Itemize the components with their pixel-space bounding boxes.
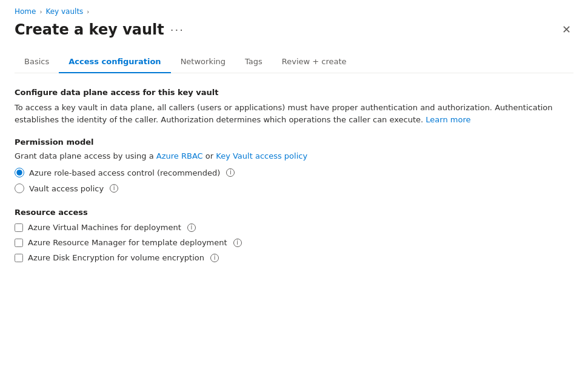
- page-header: Create a key vault ··· ✕: [15, 21, 573, 39]
- checkbox-item-vm[interactable]: Azure Virtual Machines for deployment i: [15, 223, 573, 232]
- info-icon-arm[interactable]: i: [233, 239, 242, 247]
- radio-rbac-label: Azure role-based access control (recomme…: [29, 168, 220, 177]
- permission-model-section: Permission model Grant data plane access…: [15, 137, 573, 193]
- info-icon-vault-access[interactable]: i: [110, 184, 118, 193]
- resource-access-title: Resource access: [15, 208, 573, 217]
- tab-networking[interactable]: Networking: [171, 51, 235, 73]
- breadcrumb-sep-1: ›: [39, 8, 42, 15]
- checkbox-vm[interactable]: [15, 223, 23, 232]
- grant-text: Grant data plane access by using a Azure…: [15, 151, 573, 160]
- radio-item-vault-access[interactable]: Vault access policy i: [15, 183, 573, 193]
- breadcrumb-home[interactable]: Home: [15, 7, 36, 16]
- radio-vault-access-label: Vault access policy: [29, 184, 104, 193]
- permission-model-title: Permission model: [15, 137, 573, 147]
- page-container: Home › Key vaults › Create a key vault ·…: [0, 0, 588, 289]
- resource-access-section: Resource access Azure Virtual Machines f…: [15, 208, 573, 262]
- tab-review-create[interactable]: Review + create: [272, 51, 356, 73]
- close-button[interactable]: ✕: [560, 21, 573, 39]
- configure-section: Configure data plane access for this key…: [15, 88, 573, 125]
- page-title-row: Create a key vault ···: [15, 21, 184, 38]
- tab-basics[interactable]: Basics: [15, 51, 59, 73]
- info-icon-vm[interactable]: i: [187, 223, 196, 232]
- info-icon-disk[interactable]: i: [210, 254, 219, 262]
- breadcrumb: Home › Key vaults ›: [15, 7, 573, 16]
- configure-description-text: To access a key vault in data plane, all…: [15, 103, 553, 124]
- breadcrumb-sep-2: ›: [87, 8, 89, 15]
- checkbox-item-arm[interactable]: Azure Resource Manager for template depl…: [15, 238, 573, 247]
- radio-rbac[interactable]: [15, 168, 24, 177]
- checkbox-arm[interactable]: [15, 239, 23, 247]
- tab-tags[interactable]: Tags: [235, 51, 272, 73]
- radio-vault-access[interactable]: [15, 183, 24, 193]
- resource-checkbox-group: Azure Virtual Machines for deployment i …: [15, 223, 573, 262]
- permission-radio-group: Azure role-based access control (recomme…: [15, 168, 573, 193]
- checkbox-arm-label: Azure Resource Manager for template depl…: [28, 238, 227, 247]
- or-text: or: [205, 151, 213, 160]
- info-icon-rbac[interactable]: i: [226, 168, 235, 177]
- checkbox-disk-label: Azure Disk Encryption for volume encrypt…: [28, 253, 204, 262]
- page-title: Create a key vault: [15, 21, 164, 38]
- checkbox-item-disk[interactable]: Azure Disk Encryption for volume encrypt…: [15, 253, 573, 262]
- grant-text-prefix: Grant data plane access by using a: [15, 151, 154, 160]
- radio-item-rbac[interactable]: Azure role-based access control (recomme…: [15, 168, 573, 177]
- more-options-icon[interactable]: ···: [170, 24, 184, 36]
- configure-description: To access a key vault in data plane, all…: [15, 102, 573, 125]
- tab-access-configuration[interactable]: Access configuration: [59, 51, 170, 73]
- azure-rbac-link[interactable]: Azure RBAC: [156, 151, 203, 160]
- tabs-bar: Basics Access configuration Networking T…: [15, 51, 573, 73]
- learn-more-link[interactable]: Learn more: [426, 115, 470, 124]
- configure-section-title: Configure data plane access for this key…: [15, 88, 573, 97]
- checkbox-disk[interactable]: [15, 254, 23, 262]
- vault-policy-link[interactable]: Key Vault access policy: [216, 151, 307, 160]
- checkbox-vm-label: Azure Virtual Machines for deployment: [28, 223, 181, 232]
- breadcrumb-keyvaults[interactable]: Key vaults: [45, 7, 83, 16]
